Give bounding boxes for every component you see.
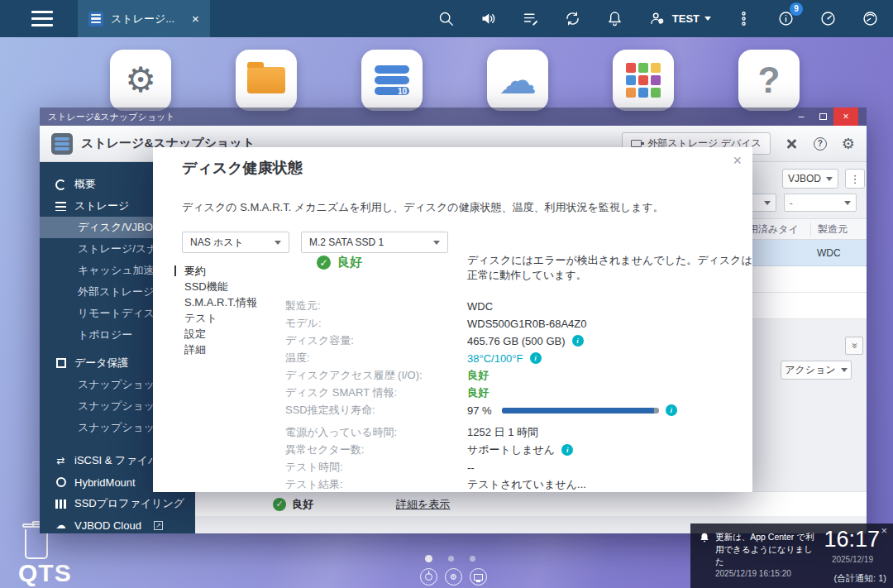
power-button[interactable]	[420, 568, 437, 586]
chevron-down-icon	[275, 241, 281, 245]
tools-button[interactable]: ⚙	[445, 568, 462, 586]
action-dropdown-button[interactable]: アクション	[781, 361, 852, 380]
modal-nav: 要約 SSD機能 S.M.A.R.T.情報 テスト 設定 詳細	[184, 263, 257, 357]
field-row-test-result: テスト結果:テストされていません...	[285, 476, 746, 492]
help-icon[interactable]: ?	[814, 137, 827, 151]
resource-monitor-icon[interactable]	[818, 9, 838, 29]
iscsi-link-icon: ⇄	[55, 455, 67, 467]
info-icon[interactable]: i	[572, 335, 584, 347]
qts-logo: QTS	[18, 559, 72, 587]
quick-buttons: ⚙	[420, 568, 487, 586]
kebab-menu-button[interactable]: ⋮	[845, 169, 865, 189]
minimize-button[interactable]: –	[790, 108, 812, 126]
cloud-app-icon[interactable]: ☁	[487, 50, 548, 111]
settings-app-icon[interactable]: ⚙	[110, 50, 171, 111]
notification-panel: × 更新は、App Center で利用できるようになりました 2025/12/…	[690, 523, 893, 588]
table-row[interactable]	[741, 266, 867, 293]
more-options-icon[interactable]	[733, 9, 753, 29]
page-dot-3[interactable]	[470, 556, 475, 562]
status-good-label: 良好	[292, 497, 313, 512]
show-details-link[interactable]: 詳細を表示	[396, 497, 450, 512]
maximize-button[interactable]	[812, 108, 833, 126]
notification-center-icon[interactable]: 9	[776, 9, 795, 29]
modal-title: ディスク健康状態	[182, 158, 303, 178]
collapse-panel-button[interactable]: «	[845, 337, 863, 355]
tab-close-icon[interactable]: ×	[192, 12, 199, 26]
field-label: 異常セクター数:	[285, 442, 467, 457]
sidebar-item-vjbod-cloud[interactable]: ☁VJBOD Cloud↗	[40, 514, 195, 533]
page-dot-2[interactable]	[448, 556, 454, 562]
appcenter-app-icon[interactable]	[613, 50, 674, 111]
background-tasks-icon[interactable]	[521, 9, 541, 29]
modal-close-icon[interactable]: ×	[733, 152, 742, 170]
display-button[interactable]	[470, 568, 487, 586]
table-header: 用済みタイ 製造元	[741, 218, 867, 240]
field-label: テスト結果:	[285, 477, 467, 492]
field-value: 97 %	[467, 404, 492, 417]
storage-app-icon	[51, 133, 73, 155]
disk-status-label: 良好	[337, 255, 362, 270]
disk-select[interactable]: M.2 SATA SSD 1	[301, 232, 448, 253]
close-window-button[interactable]: ×	[833, 108, 858, 126]
host-select[interactable]: NAS ホスト	[182, 232, 289, 253]
filestation-app-icon[interactable]	[236, 50, 297, 111]
column-manufacturer[interactable]: 製造元	[810, 222, 867, 237]
cloud-icon: ☁	[499, 61, 537, 99]
sidebar-item-ssd-profiling[interactable]: SSDプロファイリング↗	[40, 493, 195, 514]
settings-gear-icon[interactable]: ⚙	[842, 136, 855, 151]
dashboard-icon[interactable]	[860, 9, 880, 29]
disk-health-modal: × ディスク健康状態 ディスクの S.M.A.R.T. メカニズムを利用し、ディ…	[153, 147, 752, 492]
disk-status: ✓ 良好	[317, 255, 362, 270]
status-good-check-icon: ✓	[273, 498, 286, 511]
sidebar-item-label: SSDプロファイリング	[74, 496, 184, 511]
field-label: ディスクアクセス履歴 (I/O):	[285, 368, 467, 383]
notification-message[interactable]: 更新は、App Center で利用できるようになりました	[715, 531, 821, 569]
field-value: テストされていません...	[467, 477, 586, 492]
tab-title: ストレージ...	[111, 12, 174, 26]
main-menu-button[interactable]	[31, 11, 53, 26]
chevron-down-icon	[704, 17, 711, 21]
gear-icon: ⚙	[125, 63, 156, 98]
table-row[interactable]	[741, 293, 867, 319]
table-row-selected[interactable]: WDC	[741, 240, 867, 266]
modal-selects: NAS ホスト M.2 SATA SSD 1	[182, 232, 448, 253]
storage-snapshots-app-icon[interactable]: 10	[361, 50, 423, 111]
modal-nav-smart-info[interactable]: S.M.A.R.T.情報	[184, 294, 257, 310]
field-value: 1252 日 1 時間	[467, 425, 538, 440]
field-value: WDS500G1R0B-68A4Z0	[467, 318, 587, 330]
modal-nav-ssd-features[interactable]: SSD機能	[184, 279, 257, 294]
notification-close-icon[interactable]: ×	[881, 524, 887, 537]
modal-nav-details[interactable]: 詳細	[184, 342, 257, 357]
clock-time: 16:17	[824, 527, 880, 552]
ssd-life-progress-bar	[502, 408, 659, 414]
field-label: 温度:	[285, 351, 467, 366]
modal-nav-summary[interactable]: 要約	[184, 263, 257, 279]
notification-count-badge: 9	[790, 2, 803, 16]
sync-icon[interactable]	[563, 9, 583, 29]
field-value: --	[467, 461, 475, 474]
search-icon[interactable]	[437, 9, 456, 29]
info-icon[interactable]: i	[530, 352, 542, 364]
modal-nav-settings[interactable]: 設定	[184, 326, 257, 342]
window-titlebar-title: ストレージ&スナップショット	[48, 111, 174, 123]
user-menu[interactable]: TEST	[647, 9, 711, 29]
status-good-check-icon: ✓	[317, 256, 331, 270]
field-label: ディスク SMART 情報:	[285, 385, 467, 400]
chevron-double-down-icon: «	[849, 343, 859, 349]
window-titlebar[interactable]: ストレージ&スナップショット – ×	[40, 108, 867, 126]
info-icon[interactable]: i	[561, 444, 573, 456]
global-settings-tools-icon[interactable]	[786, 137, 799, 151]
power-icon	[425, 573, 432, 581]
chevron-down-icon	[844, 201, 851, 205]
volume-icon[interactable]	[479, 9, 499, 29]
event-bell-icon[interactable]	[605, 9, 625, 29]
field-value: 38°C/100°F	[467, 352, 523, 365]
filter-select-2[interactable]: -	[784, 194, 857, 212]
info-icon[interactable]: i	[666, 404, 677, 416]
field-label: SSD推定残り寿命:	[285, 403, 467, 418]
modal-nav-test[interactable]: テスト	[184, 310, 257, 326]
page-dot-1[interactable]	[425, 555, 432, 562]
vjbod-dropdown-button[interactable]: VJBOD	[782, 169, 838, 189]
help-app-icon[interactable]: ?	[738, 50, 800, 111]
app-tab-storage[interactable]: ストレージ... ×	[78, 0, 210, 37]
